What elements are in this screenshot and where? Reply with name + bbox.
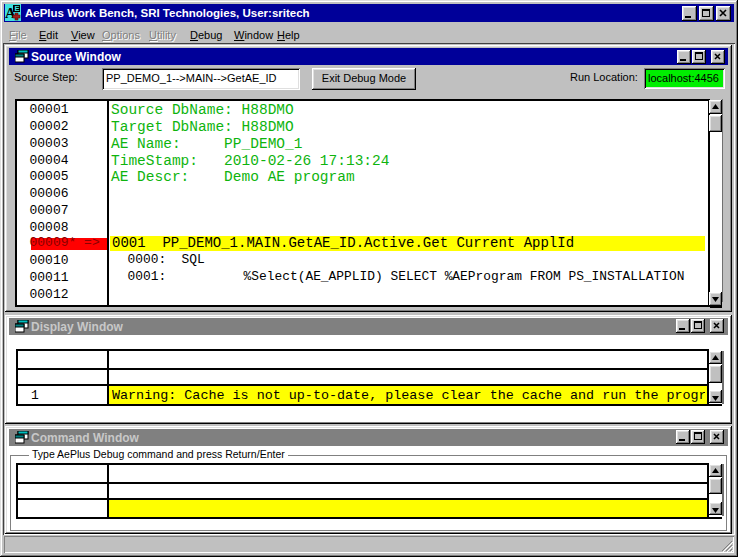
svg-text:E: E — [15, 4, 20, 13]
